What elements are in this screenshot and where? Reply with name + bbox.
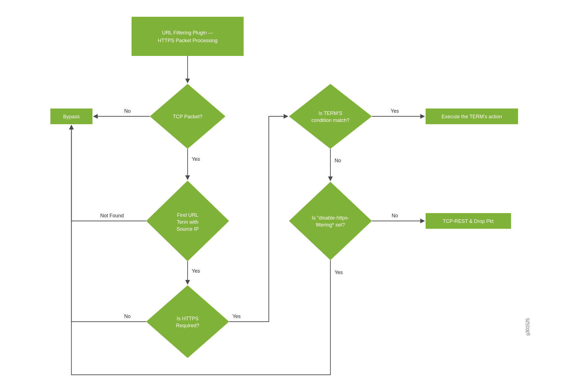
- title-line1: URL Filtering Plugin —: [162, 30, 213, 36]
- find-url-l1: Find URL: [177, 212, 198, 218]
- label-tcp-no: No: [124, 108, 130, 114]
- find-url-l3: Source IP: [176, 226, 199, 232]
- node-disable-https: Is "disable-https- filtering* set?: [289, 182, 372, 260]
- title-line2: HTTPS Packet Processing: [158, 38, 217, 43]
- label-dishttps-yes: Yes: [335, 270, 343, 275]
- dis-https-l2: filtering* set?: [316, 222, 345, 228]
- tcp-rest-label: TCP-REST & Drop Pkt: [443, 218, 494, 224]
- label-not-found: Not Found: [100, 213, 124, 218]
- bypass-label: Bypass: [63, 114, 80, 119]
- label-term-yes: Yes: [391, 108, 399, 114]
- edge-https-yes: [229, 116, 288, 322]
- edge-findurl-notfound: [71, 125, 146, 221]
- tcp-packet-label: TCP Packet?: [173, 114, 202, 119]
- label-dishttps-no: No: [391, 213, 398, 218]
- label-https-no: No: [124, 314, 130, 319]
- node-tcp-rest: TCP-REST & Drop Pkt: [426, 213, 511, 229]
- flowchart: URL Filtering Plugin — HTTPS Packet Proc…: [0, 0, 588, 391]
- node-tcp-packet: TCP Packet?: [150, 84, 225, 149]
- node-bypass: Bypass: [50, 109, 92, 124]
- dis-https-l1: Is "disable-https-: [312, 215, 349, 221]
- node-https-required: Is HTTPS Required?: [146, 285, 229, 358]
- label-https-yes: Yes: [232, 314, 241, 319]
- https-req-l2: Required?: [176, 323, 199, 328]
- svg-marker-4: [146, 285, 229, 358]
- svg-marker-7: [289, 182, 372, 260]
- term-cond-l2: condition match?: [311, 117, 349, 123]
- label-findurl-yes: Yes: [192, 268, 200, 274]
- find-url-l2: Term with: [177, 219, 198, 225]
- node-execute-term: Execute the TERM's action: [426, 109, 518, 124]
- node-title: URL Filtering Plugin — HTTPS Packet Proc…: [132, 17, 244, 56]
- term-cond-l1: Is TERM'S: [318, 110, 342, 116]
- https-req-l1: Is HTTPS: [177, 316, 199, 321]
- node-find-url: Find URL Term with Source IP: [146, 181, 229, 261]
- label-term-no: No: [335, 158, 341, 163]
- exec-term-label: Execute the TERM's action: [442, 114, 502, 119]
- label-tcp-yes: Yes: [192, 156, 200, 162]
- node-term-condition: Is TERM'S condition match?: [289, 84, 372, 149]
- image-id: g301525: [525, 318, 530, 336]
- svg-marker-5: [289, 84, 372, 149]
- svg-rect-0: [132, 17, 244, 56]
- edge-https-no: [71, 125, 146, 322]
